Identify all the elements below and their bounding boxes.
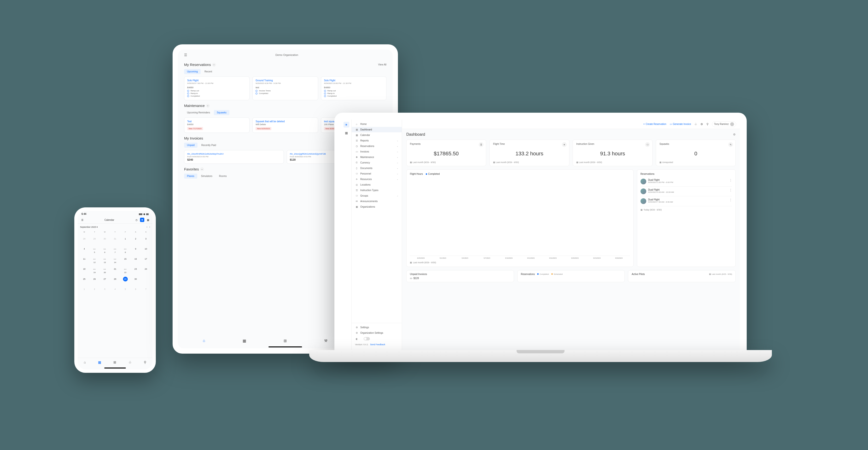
- calendar-day[interactable]: •••7: [110, 244, 120, 254]
- sidebar-item[interactable]: ▣Organizations: [352, 204, 402, 210]
- reservation-card[interactable]: Ground Training9/29/2023 8:30 PM - 9:30 …: [252, 77, 318, 100]
- sidebar-item[interactable]: ⚙Settings: [352, 325, 402, 330]
- sidebar-item[interactable]: ▦Dashboard: [352, 127, 402, 132]
- home-icon[interactable]: ⌂: [203, 338, 205, 343]
- calendar-day[interactable]: 11: [79, 254, 89, 264]
- calendar-day[interactable]: 4: [110, 284, 120, 294]
- tab[interactable]: Upcoming Reminders: [184, 110, 213, 115]
- sidebar-item[interactable]: ✈Resources⌄: [352, 176, 402, 182]
- calendar-day[interactable]: 24: [141, 264, 151, 274]
- calendar-day[interactable]: •••8: [120, 244, 130, 254]
- calendar-day[interactable]: 28: [79, 234, 89, 244]
- sidebar-item[interactable]: ▯Documents⌄: [352, 166, 402, 171]
- calendar-icon[interactable]: ▦: [98, 360, 101, 364]
- calendar-day[interactable]: •••12: [89, 254, 100, 264]
- add-icon[interactable]: ⊞: [284, 338, 287, 343]
- reservation-item[interactable]: Dual Flight9/29/2023 3:30 PM - 6:00 PM⋮: [641, 177, 732, 186]
- maintenance-card[interactable]: Squawk that will be deletedWill DeleteNe…: [252, 118, 318, 133]
- more-icon[interactable]: ⋮: [729, 198, 732, 204]
- calendar-day[interactable]: •••13: [100, 254, 110, 264]
- calendar-day[interactable]: 23: [130, 264, 141, 274]
- calendar-day[interactable]: 25: [79, 274, 89, 284]
- calendar-day[interactable]: 30: [130, 274, 141, 284]
- calendar-day[interactable]: 31: [110, 234, 120, 244]
- bell-icon[interactable]: ♧: [128, 360, 132, 364]
- sidebar-item[interactable]: ▦Calendar: [352, 132, 402, 138]
- calendar-icon[interactable]: ▦: [243, 338, 246, 343]
- calendar-day[interactable]: 30: [100, 234, 110, 244]
- sidebar-item[interactable]: ⚇Groups⌄: [352, 193, 402, 199]
- sidebar-item[interactable]: ©Currency⌄: [352, 160, 402, 166]
- menu-icon[interactable]: ☰: [184, 53, 187, 57]
- sidebar-item[interactable]: ⚙Organization Settings: [352, 330, 402, 336]
- calendar-day[interactable]: 21: [110, 264, 120, 274]
- calendar-day[interactable]: •••20: [100, 264, 110, 274]
- sidebar-item[interactable]: ◎Locations: [352, 182, 402, 187]
- gear-icon[interactable]: ⚙: [733, 133, 736, 136]
- sidebar-item[interactable]: ⌂Home: [352, 121, 402, 127]
- calendar-day[interactable]: 7: [141, 284, 151, 294]
- stat-footer[interactable]: ▦ Last month (8/29 - 9/30): [410, 161, 483, 163]
- calendar-day[interactable]: 28: [110, 274, 120, 284]
- calendar-day[interactable]: •••5: [89, 244, 100, 254]
- sidebar-item[interactable]: ◷Reservations⌄: [352, 143, 402, 149]
- calendar-day[interactable]: 2: [89, 284, 100, 294]
- calendar-day[interactable]: 1: [120, 234, 130, 244]
- search-icon[interactable]: ⚲: [144, 360, 146, 364]
- stat-footer[interactable]: ▦ Last month (8/29 - 9/30): [493, 161, 566, 163]
- sidebar-item[interactable]: ☰Instruction Types: [352, 187, 402, 193]
- search-icon[interactable]: ⚲: [707, 122, 709, 126]
- tab[interactable]: Rooms: [216, 174, 230, 179]
- add-icon[interactable]: +: [200, 168, 204, 171]
- more-icon[interactable]: ⋮: [729, 188, 732, 194]
- tab[interactable]: Unpaid: [184, 143, 197, 148]
- calendar-day[interactable]: 18: [79, 264, 89, 274]
- theme-toggle[interactable]: [364, 337, 370, 340]
- calendar-day[interactable]: 5: [120, 284, 130, 294]
- user-menu[interactable]: Tony Ramirez: [712, 121, 736, 127]
- grid-icon[interactable]: ▦: [146, 218, 150, 222]
- stat-footer[interactable]: ▦ Last month (8/29 - 9/30): [576, 161, 649, 163]
- panel-footer[interactable]: ▦ Last month (8/29 - 9/30): [709, 273, 732, 275]
- tab[interactable]: Planes: [184, 174, 197, 179]
- calendar-day[interactable]: 4: [79, 244, 89, 254]
- sidebar-item[interactable]: ✉Announcements: [352, 199, 402, 204]
- reservation-card[interactable]: Solo Flight9/29/2023 10:00 PM - 11:30 PM…: [321, 77, 386, 100]
- tab[interactable]: Recently Paid: [198, 143, 219, 148]
- grid-icon[interactable]: ▦: [343, 130, 349, 136]
- add-icon[interactable]: +: [206, 104, 210, 108]
- calendar-day[interactable]: 15: [120, 254, 130, 264]
- stat-footer[interactable]: ▦ Unreported: [659, 161, 732, 163]
- prev-month-icon[interactable]: ‹: [147, 226, 147, 228]
- more-icon[interactable]: ⋮: [729, 179, 732, 184]
- tab[interactable]: Simulators: [198, 174, 215, 179]
- generate-invoice-link[interactable]: ▭ Generate Invoice: [670, 123, 691, 125]
- reservation-item[interactable]: Dual Flight9/29/2023 6:00 AM - 10:00 AM⋮: [641, 186, 732, 197]
- calendar-day[interactable]: 10: [141, 244, 151, 254]
- reservation-item[interactable]: Dual Flight9/29/2023 7:30 AM - 8:30 AM⋮: [641, 197, 732, 206]
- tab[interactable]: Recent: [202, 69, 215, 74]
- create-reservation-link[interactable]: + Create Reservation: [643, 123, 666, 125]
- gear-icon[interactable]: ⚙: [701, 122, 703, 126]
- sidebar-item[interactable]: ⚇Personnel⌄: [352, 171, 402, 176]
- calendar-day[interactable]: 17: [141, 254, 151, 264]
- view-all-link[interactable]: View All: [378, 63, 386, 66]
- sidebar-item[interactable]: ☰Reports⌄: [352, 138, 402, 143]
- next-month-icon[interactable]: ›: [149, 226, 150, 228]
- filter-icon[interactable]: ▼: [140, 218, 144, 222]
- add-icon[interactable]: ⊞: [113, 360, 116, 364]
- calendar-day[interactable]: 16: [130, 254, 141, 264]
- plane-icon[interactable]: ✈: [343, 122, 349, 127]
- sidebar-item[interactable]: ✚Maintenance⌄: [352, 154, 402, 160]
- calendar-day[interactable]: 9: [130, 244, 141, 254]
- calendar-day[interactable]: •••14: [110, 254, 120, 264]
- bell-icon[interactable]: ♧: [694, 122, 697, 126]
- panel-footer[interactable]: ▦ Last month (8/29 - 9/30): [410, 261, 630, 264]
- add-icon[interactable]: +: [212, 63, 216, 66]
- calendar-day[interactable]: •••19: [89, 264, 100, 274]
- panel-footer[interactable]: ▦ Today (8/29 - 9/30): [641, 209, 732, 211]
- phone-month-label[interactable]: September 2023 ▾: [80, 226, 98, 228]
- calendar-day[interactable]: •••6: [100, 244, 110, 254]
- calendar-day[interactable]: 27: [100, 274, 110, 284]
- home-icon[interactable]: ⌂: [84, 360, 86, 364]
